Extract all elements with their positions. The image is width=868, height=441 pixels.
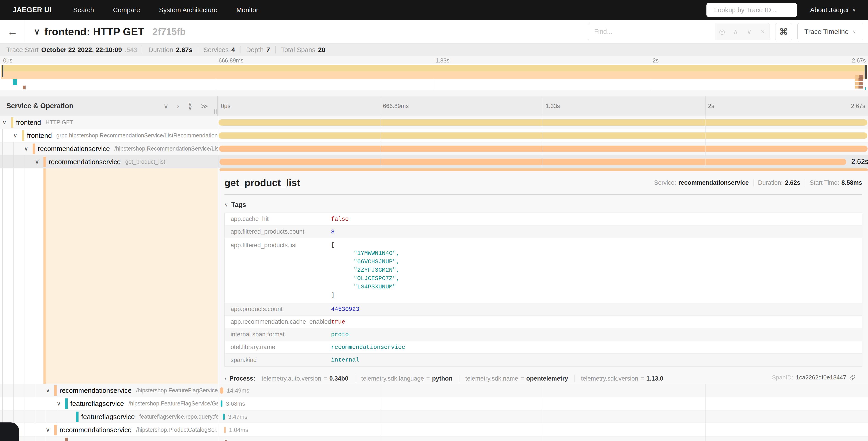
span-row-selected[interactable]: ∨ recommendationservice get_product_list… bbox=[0, 155, 868, 169]
span-bar[interactable] bbox=[220, 387, 223, 394]
service-color-accent bbox=[22, 130, 24, 141]
expand-chevron-icon[interactable]: ∨ bbox=[35, 158, 42, 165]
trace-lookup-box[interactable] bbox=[707, 3, 797, 17]
collapse-all-icon[interactable]: ∨∨ bbox=[188, 102, 192, 110]
span-bar[interactable] bbox=[225, 440, 227, 441]
detail-accent-bar[interactable] bbox=[43, 169, 46, 384]
expand-chevron-icon[interactable]: ∨ bbox=[46, 387, 53, 394]
tag-row: app.filtered_products.list [ "1YMWWN1N4O… bbox=[225, 238, 862, 303]
services-value: 4 bbox=[231, 46, 235, 54]
expand-all-icon[interactable]: ≫ bbox=[201, 102, 208, 110]
indent-guides bbox=[2, 169, 35, 384]
span-row[interactable]: ∨ frontend HTTP GET bbox=[0, 116, 868, 129]
process-item: telemetry.sdk.version = 1.13.0 bbox=[581, 375, 663, 382]
process-accordion-toggle[interactable]: › Process: telemetry.auto.version = 0.34… bbox=[224, 375, 862, 382]
locate-icon[interactable]: ◎ bbox=[715, 23, 729, 40]
nav-item-search[interactable]: Search bbox=[64, 6, 104, 14]
trace-view-selector[interactable]: Trace Timeline ∨ bbox=[797, 23, 863, 40]
chevron-down-icon: ∨ bbox=[224, 202, 228, 208]
span-row[interactable]: ∨ featureflagservice featureflagservice.… bbox=[0, 410, 868, 423]
span-bar[interactable] bbox=[223, 414, 225, 420]
tag-row: app.recommendation.cache_enabled true bbox=[225, 316, 862, 328]
span-id-row: SpanID: 1ca2262df0e18447 bbox=[772, 374, 856, 381]
service-operation-heading: Service & Operation bbox=[6, 102, 73, 110]
span-row[interactable]: ∨ recommendationservice /hipstershop.Rec… bbox=[0, 142, 868, 155]
minimap-right-scrubber[interactable] bbox=[865, 65, 867, 79]
expand-chevron-icon[interactable]: ∨ bbox=[13, 132, 20, 139]
span-bar[interactable] bbox=[219, 133, 867, 139]
chevron-right-icon: › bbox=[224, 375, 226, 382]
service-color-accent bbox=[33, 144, 35, 154]
tag-key: otel.library.name bbox=[225, 344, 331, 351]
keyboard-shortcuts-button[interactable]: ⌘ bbox=[775, 23, 792, 40]
tags-accordion-toggle[interactable]: ∨ Tags bbox=[224, 201, 862, 208]
span-bar[interactable] bbox=[224, 427, 226, 433]
span-row[interactable]: ∨ bbox=[0, 437, 868, 441]
tag-row: span.kind internal bbox=[225, 354, 862, 366]
expand-chevron-icon[interactable]: ∨ bbox=[46, 426, 53, 433]
span-bar[interactable] bbox=[219, 146, 868, 152]
span-operation: /hipstershop.FeatureFlagService/Ge... bbox=[128, 400, 218, 407]
trace-minimap[interactable] bbox=[0, 64, 868, 90]
tick-line bbox=[380, 96, 380, 116]
collapse-one-icon[interactable]: ∨ bbox=[164, 102, 168, 110]
tag-value-json: [ "1YMWWN1N4O", "66VCHSJNUP", "2ZYFJ3GM2… bbox=[331, 241, 400, 299]
process-key: telemetry.sdk.name bbox=[465, 375, 518, 382]
expand-chevron-icon[interactable]: ∨ bbox=[24, 145, 31, 152]
tag-key: app.cache_hit bbox=[225, 215, 331, 223]
span-row[interactable]: ∨ frontend grpc.hipstershop.Recommendati… bbox=[0, 129, 868, 142]
link-icon[interactable] bbox=[849, 374, 856, 381]
find-prev-icon[interactable]: ∧ bbox=[729, 23, 742, 40]
app-logo[interactable]: JAEGER UI bbox=[13, 6, 52, 14]
expand-chevron-icon[interactable]: ∨ bbox=[2, 119, 9, 126]
span-bar[interactable] bbox=[221, 401, 222, 407]
clear-find-icon[interactable]: × bbox=[756, 23, 770, 40]
span-row[interactable]: ∨ recommendationservice /hipstershop.Pro… bbox=[0, 423, 868, 437]
tag-value: 44530923 bbox=[331, 306, 359, 313]
service-color-accent bbox=[11, 117, 13, 128]
tag-row: otel.library.name recommendationservice bbox=[225, 341, 862, 354]
nav-item-compare[interactable]: Compare bbox=[104, 6, 150, 14]
process-item: telemetry.sdk.language = python bbox=[361, 375, 453, 382]
span-operation: /hipstershop.ProductCatalogSer... bbox=[136, 427, 218, 433]
page-title: frontend: HTTP GET bbox=[44, 26, 144, 38]
service-label: Service: bbox=[654, 179, 676, 186]
expand-chevron-icon[interactable]: ∨ bbox=[57, 400, 64, 407]
expand-one-icon[interactable]: › bbox=[177, 102, 180, 110]
span-service: frontend bbox=[16, 119, 41, 126]
span-service: recommendationservice bbox=[38, 145, 110, 153]
back-button[interactable]: ← bbox=[0, 20, 25, 43]
indent-guides bbox=[2, 129, 13, 142]
tag-value: internal bbox=[331, 357, 359, 363]
minimap-left-scrubber[interactable] bbox=[2, 65, 3, 77]
nav-item-system-architecture[interactable]: System Architecture bbox=[150, 6, 227, 14]
collapse-trace-chevron-icon[interactable]: ∨ bbox=[34, 27, 40, 36]
span-row[interactable]: ∨ recommendationservice /hipstershop.Fea… bbox=[0, 384, 868, 397]
divider bbox=[241, 46, 241, 53]
span-detail-panel: get_product_list Service:recommendations… bbox=[218, 169, 868, 384]
nav-right: About Jaeger ∨ bbox=[707, 3, 858, 17]
about-jaeger-menu[interactable]: About Jaeger ∨ bbox=[810, 6, 856, 14]
trace-lookup-input[interactable] bbox=[714, 6, 800, 14]
spacer bbox=[0, 90, 868, 96]
command-icon: ⌘ bbox=[779, 27, 788, 37]
start-time-label: Start Time: bbox=[810, 179, 839, 186]
find-next-icon[interactable]: ∨ bbox=[742, 23, 756, 40]
span-bar[interactable] bbox=[219, 119, 867, 126]
tags-label: Tags bbox=[231, 201, 246, 208]
trace-title: ∨ frontend: HTTP GET 2f715fb bbox=[34, 26, 186, 38]
span-row[interactable]: ∨ featureflagservice /hipstershop.Featur… bbox=[0, 397, 868, 410]
find-input[interactable] bbox=[588, 23, 715, 40]
tree-controls: ∨ › ∨∨ ≫ bbox=[164, 102, 208, 110]
detail-left-fill bbox=[46, 169, 218, 384]
nav-item-monitor[interactable]: Monitor bbox=[227, 6, 268, 14]
service-color-accent bbox=[43, 157, 46, 167]
process-value: python bbox=[432, 375, 453, 382]
span-bar[interactable] bbox=[219, 159, 846, 165]
span-bar-duration-label: 2.62s bbox=[851, 157, 868, 166]
trace-view-label: Trace Timeline bbox=[804, 28, 849, 35]
span-service: recommendationservice bbox=[49, 158, 121, 166]
service-color-accent bbox=[54, 425, 57, 435]
column-resizer[interactable] bbox=[214, 109, 217, 114]
scroll-helper-button[interactable] bbox=[0, 422, 19, 441]
